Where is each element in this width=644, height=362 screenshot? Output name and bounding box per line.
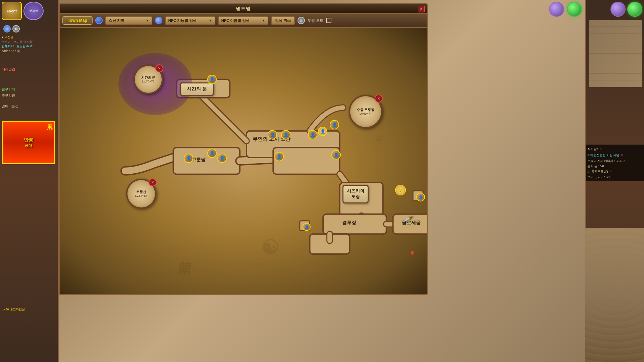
top-right-avatar — [549, 2, 564, 17]
globe-icon-2 — [155, 17, 162, 24]
booster-label: 부스터 — [29, 9, 38, 13]
npc-name-select[interactable]: NPC 이름별 검색 ▼ — [218, 16, 268, 25]
kurundar-label: 쿠룬달 — [192, 157, 206, 163]
npc-icon-11[interactable]: 👤 — [330, 120, 339, 129]
gear-icon[interactable]: ⚙ — [12, 25, 20, 33]
npc-icon-4[interactable]: 👤 — [318, 127, 327, 136]
right-panel: 직이담? × 이마뎐접련한 서린 시넘 × 로코의 잔재 에너지 : 0/15 … — [585, 0, 644, 362]
npc-icon-duel[interactable]: 👤 — [303, 223, 311, 231]
guild-label1: 달구리더 — [2, 87, 15, 92]
map-content: × 시간의 문 Lv.70~78 시간의 문 × 수중 무투장 Lv.69~77… — [60, 28, 427, 294]
top-right-controls — [549, 2, 582, 17]
shield-icon[interactable]: + — [3, 25, 11, 33]
map-gate: ⛩ — [254, 262, 261, 270]
sizuki-dojo-label: 시즈키의도장 — [347, 188, 364, 199]
kurunsan-locked-icon: × — [149, 178, 157, 186]
sizuki-dojo-box[interactable]: 시즈키의도장 — [342, 185, 369, 203]
booster-button[interactable]: 부스터 — [23, 2, 44, 20]
water-arena-name: 수중 무투장 — [357, 108, 375, 112]
npc-icon-7[interactable]: 👤 — [207, 148, 217, 158]
map-decoration-text: 龍 — [177, 259, 191, 278]
epic-label: 에픽망검 — [2, 67, 15, 72]
npc-icon-5[interactable]: 👤 — [331, 150, 341, 160]
window-title: 월드맵 — [236, 6, 251, 12]
search-cancel-button[interactable]: 검색 취소 — [271, 16, 295, 25]
chevron-down-icon-3: ▼ — [262, 19, 265, 22]
region-value: 쇼난 지역 — [109, 18, 124, 23]
kurunsan-level: Lv.84~84 — [135, 194, 148, 197]
water-arena-node[interactable]: × 수중 무투장 Lv.69~77 — [349, 95, 382, 128]
water-arena-locked-icon: × — [375, 95, 383, 103]
kurunsan-node[interactable]: × 쿠룬산 Lv.84~84 — [126, 179, 156, 209]
npc-icon-6[interactable]: 👤 — [184, 154, 193, 163]
duel-field-label: 결투장 — [342, 220, 356, 226]
town-map-button[interactable]: Town Map — [62, 16, 93, 25]
top-right-green-orb — [567, 2, 582, 17]
transparent-mode-label: 투명 모드 — [308, 18, 323, 23]
level-label: Lv.86 배고파검신 — [2, 307, 25, 312]
npc-icon-far-right[interactable]: 👤 — [416, 193, 425, 201]
svg-rect-2 — [273, 147, 340, 174]
locked-icon: × — [155, 64, 163, 72]
npc-name-value: NPC 이름별 검색 — [221, 18, 250, 23]
npc-icon-1[interactable]: 👤 — [268, 130, 277, 139]
region-select[interactable]: 쇼난 지역 ▼ — [105, 16, 152, 25]
map-window: 월드맵 × Town Map 쇼난 지역 ▼ NPC 기능별 검색 ▼ NPC … — [59, 3, 428, 295]
svg-rect-0 — [173, 147, 240, 174]
event-label: Event — [7, 9, 17, 13]
npc-icon-10[interactable]: 👤 — [207, 75, 217, 84]
kurunsan-name: 쿠룬산 — [136, 190, 146, 194]
chat-close-3[interactable]: × — [623, 158, 625, 164]
right-decor — [589, 20, 642, 87]
guild-label3: 일미이슬긴 — [2, 104, 18, 109]
search-cancel-label: 검색 취소 — [275, 18, 291, 22]
avatar-orb — [610, 2, 626, 17]
time-gate-circle-name: 시간의 문 — [141, 76, 156, 80]
top-right-ui — [610, 2, 642, 17]
chat-close-1[interactable]: × — [600, 146, 602, 152]
colosseum-label: 콜로세움 — [402, 220, 421, 226]
event-button[interactable]: Event — [2, 2, 22, 20]
map-lantern: 🏮 — [409, 249, 416, 256]
right-floor — [585, 228, 644, 362]
title-bar: 월드맵 × — [60, 4, 427, 14]
char-status: ● 무전유 소우마 : 셔미룸 슈스룸 검제지약 : 츠노담 dss? dada… — [2, 35, 57, 53]
left-panel: Event 부스터 + ⚙ ● 무전유 소우마 : 셔미룸 슈스룸 검제지약 :… — [0, 0, 59, 362]
settings-icon[interactable]: ⚙ — [298, 17, 305, 24]
water-arena-level: Lv.69~77 — [360, 112, 372, 115]
chat-close-4[interactable]: × — [610, 169, 612, 175]
chat-panel: 직이담? × 이마뎐접련한 서린 시넘 × 로코의 잔재 에너지 : 0/15 … — [585, 144, 644, 181]
npc-icon-9[interactable]: 👤 — [274, 152, 284, 161]
guild-banner: 안릉공대 凧 — [2, 121, 55, 164]
map-ruins: 🏛 — [375, 135, 383, 144]
npc-icon-3[interactable]: 👤 — [308, 130, 317, 139]
green-orb — [627, 2, 642, 17]
time-gate-level: Lv.70~78 — [142, 80, 155, 83]
guild-label2: 뚜구걷젼 — [2, 93, 15, 98]
time-gate-node[interactable]: × 시간의 문 Lv.70~78 — [133, 65, 163, 94]
town-map-label: Town Map — [68, 18, 87, 23]
npc-function-value: NPC 기능별 검색 — [168, 18, 197, 23]
npc-icon-8[interactable]: 👤 — [217, 154, 227, 163]
chevron-down-icon-2: ▼ — [209, 19, 212, 22]
transparent-mode-checkbox[interactable] — [326, 18, 331, 23]
chat-close-2[interactable]: × — [621, 152, 623, 158]
close-button[interactable]: × — [418, 6, 425, 12]
time-gate-label-text: 시간의 문 — [187, 86, 207, 92]
npc-function-select[interactable]: NPC 기능별 검색 ▼ — [165, 16, 215, 25]
map-decoration-spiral: ☯ — [261, 236, 279, 259]
npc-icon-2[interactable]: 👤 — [281, 130, 290, 139]
toolbar: Town Map 쇼난 지역 ▼ NPC 기능별 검색 ▼ NPC 이름별 검색… — [60, 14, 427, 28]
time-gate-label-box[interactable]: 시간의 문 — [180, 82, 214, 96]
globe-icon-1 — [95, 17, 103, 24]
map-paths — [60, 28, 427, 294]
npc-icon-sizuki[interactable]: 👑 — [395, 185, 406, 195]
chevron-down-icon: ▼ — [146, 19, 149, 22]
